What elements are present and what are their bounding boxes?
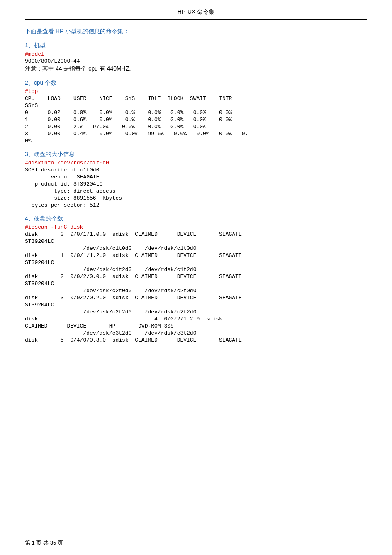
section-4-output-14: /dev/dsk/c3t2d0 /dev/rdsk/c3t2d0 bbox=[25, 330, 367, 336]
section-2-output-4: 2 0.00 2.% 97.0% 0.0% 0.0% 0.0% 0.0% bbox=[25, 124, 367, 130]
section-2-output-2: 0 0.02 0.0% 0.0% 0.% 0.0% 0.0% 0.0% 0.0% bbox=[25, 110, 367, 116]
section-2-output-0: CPU LOAD USER NICE SYS IDLE BLOCK SWAIT … bbox=[25, 95, 367, 102]
section-3-output-0: SCSI describe of c1t0d0: bbox=[25, 167, 367, 173]
section-1: 1、机型 #model 9000/800/L2000-44 注意：其中 44 是… bbox=[25, 42, 367, 73]
section-4-output-13: CLAIMED DEVICE HP DVD-ROM 305 bbox=[25, 323, 367, 329]
section-2-output-3: 1 0.00 0.6% 0.0% 0.% 0.0% 0.0% 0.0% 0.0% bbox=[25, 117, 367, 123]
section-3-output-1: vendor: SEAGATE bbox=[25, 174, 367, 180]
section-4-output-4: ST39204LC bbox=[25, 259, 367, 266]
section-1-title: 1、机型 bbox=[25, 42, 367, 49]
section-2-title: 2、cpu 个数 bbox=[25, 79, 367, 87]
header-title: HP-UX 命令集 bbox=[178, 8, 214, 15]
section-1-output-0: 9000/800/L2000-44 bbox=[25, 58, 367, 64]
page-container: HP-UX 命令集 下面是查看 HP 小型机的信息的命令集： 1、机型 #mod… bbox=[0, 0, 392, 555]
section-3-title: 3、硬盘的大小信息 bbox=[25, 151, 367, 158]
section-1-command: #model bbox=[25, 51, 367, 57]
section-4-output-2: /dev/dsk/c1t0d0 /dev/rdsk/c1t0d0 bbox=[25, 245, 367, 252]
section-4-output-3: disk 1 0/0/1/1.2.0 sdisk CLAIMED DEVICE … bbox=[25, 252, 367, 259]
section-4-output-5: /dev/dsk/c1t2d0 /dev/rdsk/c1t2d0 bbox=[25, 266, 367, 273]
section-3-command: #diskinfo /dev/rdsk/c1t0d0 bbox=[25, 160, 367, 166]
section-4-output-11: /dev/dsk/c2t2d0 /dev/rdsk/c2t2d0 bbox=[25, 309, 367, 315]
section-4-output-15: disk 5 0/4/0/0.8.0 sdisk CLAIMED DEVICE … bbox=[25, 337, 367, 343]
section-4: 4、硬盘的个数 #ioscan -funC disk disk 0 0/0/1/… bbox=[25, 215, 367, 343]
section-4-output-8: /dev/dsk/c2t0d0 /dev/rdsk/c2t0d0 bbox=[25, 288, 367, 294]
section-2-command: #top bbox=[25, 88, 367, 95]
section-3-output-4: size: 8891556 Kbytes bbox=[25, 195, 367, 201]
section-3-output-2: product id: ST39204LC bbox=[25, 181, 367, 187]
section-4-output-1: ST39204LC bbox=[25, 238, 367, 244]
section-4-output-0: disk 0 0/0/1/1.0.0 sdisk CLAIMED DEVICE … bbox=[25, 231, 367, 237]
section-4-output-12: disk 4 0/0/2/1.2.0 sdisk bbox=[25, 316, 367, 322]
section-2: 2、cpu 个数 #top CPU LOAD USER NICE SYS IDL… bbox=[25, 79, 367, 144]
section-4-command: #ioscan -funC disk bbox=[25, 224, 367, 230]
page-footer: 第 1 页 共 35 页 bbox=[25, 539, 63, 547]
section-4-output-9: disk 3 0/0/2/0.2.0 sdisk CLAIMED DEVICE … bbox=[25, 295, 367, 301]
section-4-output-10: ST39204LC bbox=[25, 302, 367, 308]
section-3: 3、硬盘的大小信息 #diskinfo /dev/rdsk/c1t0d0 SCS… bbox=[25, 151, 367, 208]
intro-text: 下面是查看 HP 小型机的信息的命令集： bbox=[25, 28, 367, 35]
section-2-output-6: 0% bbox=[25, 138, 367, 144]
section-4-output-6: disk 2 0/0/2/0.0.0 sdisk CLAIMED DEVICE … bbox=[25, 274, 367, 280]
section-4-title: 4、硬盘的个数 bbox=[25, 215, 367, 222]
section-3-output-5: bytes per sector: 512 bbox=[25, 202, 367, 208]
section-1-note: 注意：其中 44 是指每个 cpu 有 440MHZ。 bbox=[25, 65, 367, 73]
section-3-output-3: type: direct access bbox=[25, 188, 367, 194]
page-header: HP-UX 命令集 bbox=[25, 8, 367, 20]
section-4-output-7: ST39204LC bbox=[25, 281, 367, 287]
section-2-output-5: 3 0.00 0.4% 0.0% 0.0% 99.6% 0.0% 0.0% 0.… bbox=[25, 131, 367, 137]
section-2-output-1: SSYS bbox=[25, 103, 367, 109]
